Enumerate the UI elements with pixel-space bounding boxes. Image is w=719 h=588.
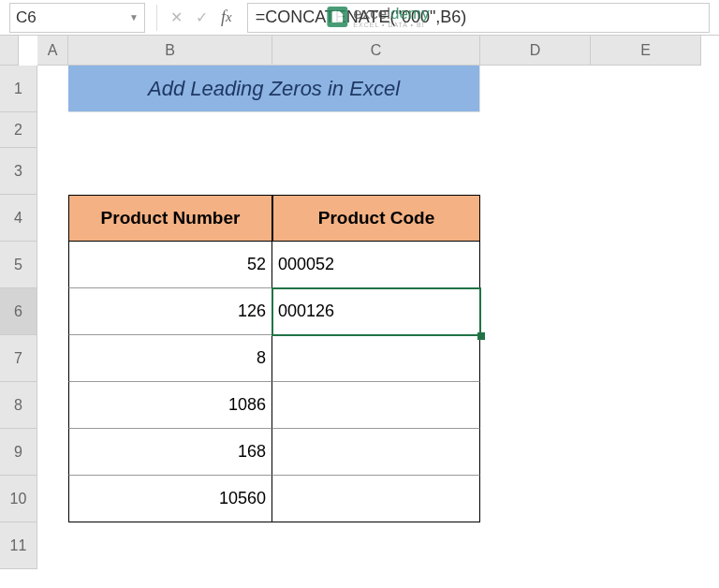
row-header-2[interactable]: 2 [0, 112, 37, 148]
cell-b5[interactable]: 52 [68, 242, 272, 288]
watermark-logo-icon [327, 7, 347, 27]
divider [156, 5, 157, 31]
row-header-10[interactable]: 10 [0, 476, 37, 522]
cell-b6[interactable]: 126 [68, 288, 272, 335]
col-header-d[interactable]: D [480, 36, 591, 66]
row-header-4[interactable]: 4 [0, 195, 37, 242]
title-cell[interactable]: Add Leading Zeros in Excel [68, 66, 480, 112]
row-header-11[interactable]: 11 [0, 522, 37, 569]
row-header-5[interactable]: 5 [0, 242, 37, 288]
col-header-b[interactable]: B [68, 36, 272, 66]
watermark-brand: exceldemy [353, 6, 429, 22]
cell-c10[interactable] [272, 476, 480, 522]
row-header-8[interactable]: 8 [0, 382, 37, 429]
cell-b7[interactable]: 8 [68, 335, 272, 382]
header-product-code[interactable]: Product Code [272, 195, 480, 242]
name-box-value: C6 [16, 8, 37, 27]
name-box[interactable]: C6 ▼ [9, 3, 145, 33]
cell-c6[interactable]: 000126 [272, 288, 480, 335]
row-header-9[interactable]: 9 [0, 429, 37, 476]
row-header-3[interactable]: 3 [0, 148, 37, 195]
fx-icon[interactable]: fx [221, 7, 232, 27]
cell-b10[interactable]: 10560 [68, 476, 272, 522]
cell-c7[interactable] [272, 335, 480, 382]
watermark-tagline: EXCEL • DATA • BI [353, 22, 429, 28]
header-product-number[interactable]: Product Number [68, 195, 272, 242]
cell-c8[interactable] [272, 382, 480, 429]
cell-b8[interactable]: 1086 [68, 382, 272, 429]
spreadsheet-grid: 1234567891011 ABCDE Add Leading Zeros in… [0, 36, 719, 588]
col-header-e[interactable]: E [591, 36, 701, 66]
row-header-1[interactable]: 1 [0, 66, 37, 112]
fill-handle[interactable] [477, 332, 485, 340]
dropdown-arrow-icon[interactable]: ▼ [129, 12, 139, 22]
select-all-corner[interactable] [0, 36, 19, 66]
cell-c5[interactable]: 000052 [272, 242, 480, 288]
cell-b9[interactable]: 168 [68, 429, 272, 476]
row-header-7[interactable]: 7 [0, 335, 37, 382]
col-header-a[interactable]: A [37, 36, 68, 66]
col-header-c[interactable]: C [272, 36, 480, 66]
confirm-icon[interactable]: ✓ [196, 8, 208, 26]
cell-c9[interactable] [272, 429, 480, 476]
watermark: exceldemy EXCEL • DATA • BI [327, 6, 429, 28]
cancel-icon[interactable]: ✕ [170, 8, 183, 26]
row-header-6[interactable]: 6 [0, 288, 37, 335]
formula-bar-icons: ✕ ✓ fx [161, 7, 242, 27]
formula-input[interactable]: =CONCATENATE("000",B6) [247, 3, 710, 33]
